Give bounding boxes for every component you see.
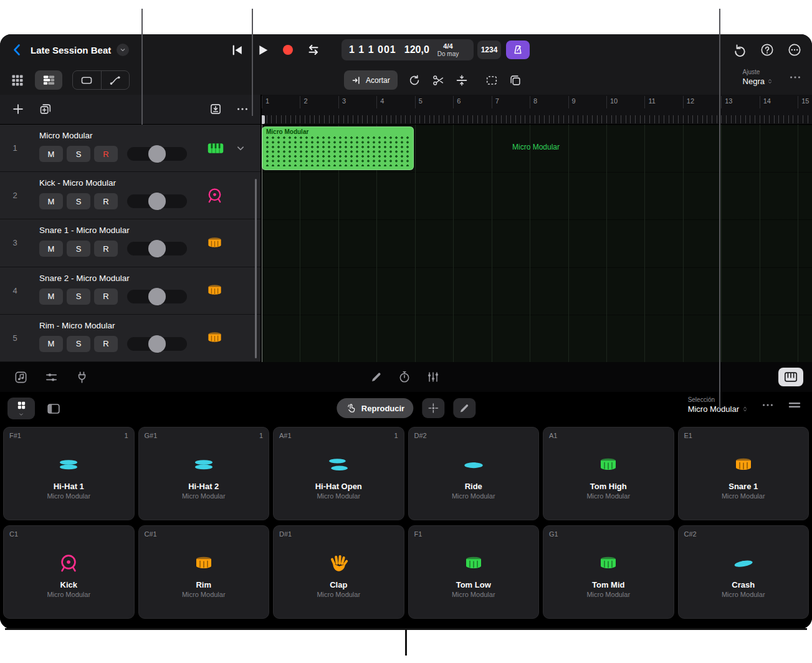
add-track-button[interactable] (11, 102, 25, 116)
pad-subtitle: Micro Modular (274, 492, 404, 500)
record-enable-button[interactable]: R (94, 193, 118, 209)
pads-selection-control[interactable]: Selección Micro Modular (688, 396, 748, 414)
track-row[interactable]: 4 Snare 2 - Micro Modular M S R (0, 267, 260, 315)
solo-button[interactable]: S (67, 193, 90, 209)
metronome-button[interactable] (506, 41, 530, 59)
regions-view-button[interactable] (73, 71, 102, 89)
drum-pad[interactable]: C#2 Crash Micro Modular (678, 525, 810, 619)
drum-pad[interactable]: G1 Tom Mid Micro Modular (543, 525, 674, 619)
drum-pad[interactable]: E1 Snare 1 Micro Modular (678, 427, 810, 520)
volume-slider[interactable] (127, 147, 187, 161)
help-button[interactable] (760, 42, 775, 57)
back-button[interactable] (10, 42, 25, 57)
lcd-display[interactable]: 1 1 1 001 120,0 4/4 Do may (342, 39, 474, 60)
toolbar-more-button[interactable] (788, 70, 802, 84)
midi-region[interactable]: Micro Modular (262, 126, 414, 170)
undo-button[interactable] (732, 42, 747, 57)
record-enable-button[interactable]: R (94, 241, 118, 257)
browser-button[interactable] (14, 370, 28, 384)
track-stack-chevron-button[interactable] (235, 143, 246, 154)
play-button[interactable] (255, 42, 270, 58)
count-in-button[interactable]: 1234 (477, 41, 501, 59)
project-menu-button[interactable] (117, 44, 129, 56)
pads-more-button[interactable] (761, 398, 775, 412)
volume-knob[interactable] (148, 288, 166, 305)
volume-slider[interactable] (127, 194, 187, 208)
volume-knob[interactable] (148, 240, 166, 257)
cycle-button[interactable] (305, 42, 322, 58)
track-row[interactable]: 5 Rim - Micro Modular M S R (0, 315, 260, 362)
page: Late Session Beat 1 1 1 001 120,0 4/4 Do… (0, 0, 812, 663)
solo-button[interactable]: S (67, 289, 90, 305)
pad-subtitle: Micro Modular (4, 492, 134, 500)
track-row[interactable]: 1 Micro Modular M S R (0, 125, 260, 172)
volume-slider[interactable] (127, 242, 187, 255)
solo-button[interactable]: S (67, 146, 90, 162)
mute-button[interactable]: M (39, 241, 63, 257)
record-enable-button[interactable]: R (94, 289, 118, 305)
drum-pad[interactable]: D#2 Ride Micro Modular (408, 427, 540, 520)
volume-knob[interactable] (148, 145, 166, 163)
record-button[interactable] (280, 42, 295, 57)
solo-button[interactable]: S (67, 241, 90, 257)
marquee-tool-button[interactable] (485, 74, 499, 87)
pad-name: Kick (4, 580, 134, 589)
drum-pad[interactable]: F1 Tom Low Micro Modular (408, 525, 540, 619)
volume-knob[interactable] (148, 335, 166, 353)
duplicate-track-button[interactable] (39, 102, 52, 116)
import-track-button[interactable] (209, 102, 222, 116)
track-list-scrollbar[interactable] (255, 179, 257, 358)
track-name: Rim - Micro Modular (39, 321, 115, 330)
drum-pad[interactable]: A#1 1 Hi-Hat Open Micro Modular (273, 427, 404, 520)
snap-setting[interactable]: Ajuste Negra (743, 69, 773, 87)
mute-button[interactable]: M (39, 336, 63, 352)
go-to-beginning-button[interactable] (229, 42, 245, 58)
drum-pad[interactable]: D#1 Clap Micro Modular (273, 525, 404, 619)
volume-slider[interactable] (127, 290, 187, 303)
timeline-lanes[interactable]: Micro Modular Micro Modular (260, 125, 812, 362)
tom-drum-icon (543, 553, 674, 573)
volume-slider[interactable] (127, 337, 187, 351)
drum-pad[interactable]: F#1 1 Hi-Hat 1 Micro Modular (3, 427, 135, 520)
mixer-button[interactable] (44, 370, 59, 384)
split-tool-button[interactable] (431, 74, 445, 87)
pads-view-button[interactable] (7, 398, 35, 419)
solo-button[interactable]: S (67, 336, 90, 352)
playhead-handle[interactable] (262, 115, 265, 124)
automation-view-button[interactable] (102, 71, 130, 89)
main-toolbar: Late Session Beat 1 1 1 001 120,0 4/4 Do… (0, 34, 812, 66)
live-loops-grid-button[interactable] (10, 73, 25, 88)
keyboard-panel-button[interactable] (778, 368, 803, 386)
track-header-more-button[interactable] (236, 102, 249, 116)
pads-edit-button[interactable] (453, 398, 475, 418)
mute-button[interactable]: M (39, 289, 63, 305)
volume-knob[interactable] (148, 193, 166, 210)
pads-play-mode-button[interactable]: Reproducir (337, 398, 413, 418)
time-signature: 4/4 (443, 42, 452, 50)
join-tool-button[interactable] (455, 74, 469, 87)
pads-position-button[interactable] (422, 398, 444, 418)
pad-subtitle: Micro Modular (274, 591, 404, 598)
levels-button[interactable] (426, 370, 440, 384)
quantize-clock-button[interactable] (398, 370, 411, 384)
trim-tool-button[interactable]: Acortar (344, 70, 398, 90)
record-enable-button[interactable]: R (94, 146, 118, 162)
drum-pad[interactable]: C1 Kick Micro Modular (3, 525, 135, 619)
track-row[interactable]: 2 Kick - Micro Modular M S R (0, 172, 260, 219)
tracks-view-button[interactable] (35, 70, 62, 90)
plugins-button[interactable] (75, 370, 89, 384)
record-enable-button[interactable]: R (94, 336, 118, 352)
edit-pencil-button[interactable] (370, 371, 383, 384)
loop-tool-button[interactable] (408, 74, 421, 87)
more-options-button[interactable] (787, 42, 802, 57)
bar-ruler[interactable]: 1 2 3 4 5 6 7 8 9 10 11 12 13 14 15 (262, 95, 812, 125)
copy-tool-button[interactable] (509, 74, 522, 87)
drum-pad[interactable]: A1 Tom High Micro Modular (543, 427, 674, 520)
panel-resize-handle[interactable] (787, 398, 802, 413)
mute-button[interactable]: M (39, 193, 63, 209)
drum-pad[interactable]: C#1 Rim Micro Modular (138, 525, 270, 619)
mute-button[interactable]: M (39, 146, 63, 162)
pads-sidebar-toggle[interactable] (46, 401, 61, 416)
track-row[interactable]: 3 Snare 1 - Micro Modular M S R (0, 219, 260, 267)
drum-pad[interactable]: G#1 1 Hi-Hat 2 Micro Modular (138, 427, 270, 520)
